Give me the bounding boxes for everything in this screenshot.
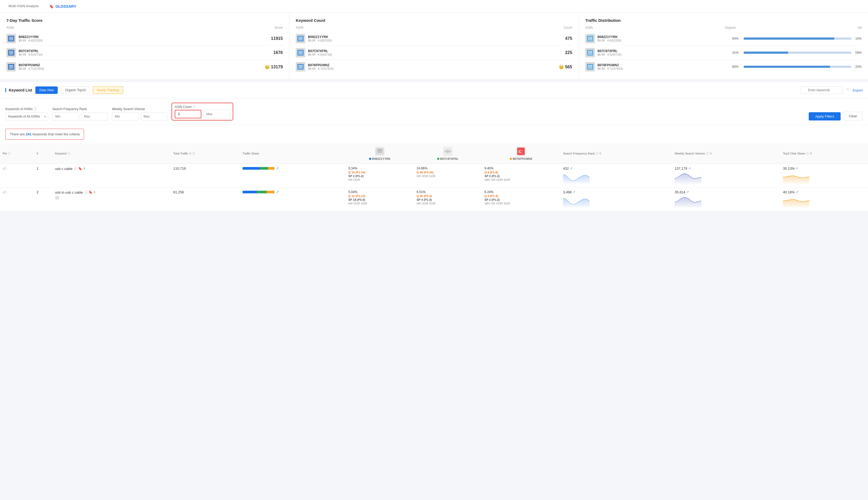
th-pin: Pin ⓘ — [0, 143, 34, 164]
keywords-filter-select[interactable]: Keywords of All ASINs — [5, 113, 48, 121]
nav-tab-multi-asin[interactable]: Multi-ASIN Analysis — [4, 1, 43, 12]
toolbar-right: ⌃ Export — [800, 87, 863, 94]
traffic-score-card: 7-Day Traffic Score ASIN Score B082Z1YYR… — [0, 13, 289, 79]
wsv-max-input[interactable] — [141, 113, 167, 121]
organic-pct: 80% — [732, 65, 741, 69]
keywords-filter-label: Keywords of ASINs ⓘ — [5, 107, 48, 111]
td-col-organic: Organic — [725, 26, 736, 30]
top3-value: 35.13% — [783, 167, 795, 170]
wsv-link-icon[interactable]: ↗ — [686, 191, 689, 194]
th-sfr-info: ⓘ — [595, 152, 598, 155]
nav-tab-glossary[interactable]: 🔖 GLOSSARY — [49, 4, 76, 9]
asin-count-min-input[interactable] — [175, 110, 201, 118]
p2-pct: 6.51% — [417, 190, 479, 194]
wsv-link-icon[interactable]: ↗ — [688, 167, 690, 170]
td-product-row: B076FPGWNZ $8.99 4.7(157816) 80% 20% — [585, 60, 861, 74]
p2-header-img — [443, 147, 453, 156]
criteria-count: 241 — [26, 132, 32, 136]
keyword-list-title: Keyword List — [5, 88, 32, 92]
traffic-seg-3 — [266, 191, 274, 193]
th-top3-sort[interactable]: ⇅ — [810, 152, 812, 155]
asin-count-label: ASIN Count ⓘ — [175, 105, 230, 109]
sfr-link-icon[interactable]: ↗ — [573, 191, 575, 194]
product-asin: B07C97XFRL — [19, 49, 271, 53]
th-sfr-sort[interactable]: ⇅ — [599, 152, 602, 155]
th-traffic-sort[interactable]: ⇅ — [189, 152, 192, 155]
export-button[interactable]: Export — [853, 88, 863, 92]
ts-col-score: Score — [274, 26, 283, 30]
tab-data-view[interactable]: Data View — [35, 87, 58, 94]
crown-icon: 👑 — [559, 65, 564, 69]
tab-organic-top10[interactable]: Organic Top10 — [61, 87, 90, 94]
product-asin: B07C97XFRL — [308, 49, 562, 53]
ts-product-row: B082Z1YYRK $9.99 4.6(52320) 11915 — [7, 32, 283, 46]
tab-hourly-tracking[interactable]: Hourly Tracking — [93, 87, 123, 94]
ts-product-row: B07C97XFRL $6.99 4.5(42710) 1676 — [7, 46, 283, 60]
cell-traffic-share: ↗ — [240, 164, 346, 188]
top3-value: 40.18% — [783, 190, 795, 194]
product-meta: $8.99 4.7(157816) — [308, 67, 556, 70]
th-product3: C B076FPGWNZ — [482, 143, 561, 164]
cell-p1: 9.34% Q 14 (P1-14) SP 2 (P1-2) HR OOR — [346, 164, 414, 188]
traffic-expand-icon[interactable]: ↗ — [276, 167, 279, 170]
td-product-row: B07C97XFRL $6.99 4.5(42710) 41% 59% — [585, 46, 861, 60]
p1-tags: HR OOR — [349, 178, 360, 181]
dist-bar — [744, 37, 852, 39]
keyword-search-input[interactable] — [800, 87, 843, 94]
p3-sp: SP 2 (P1-2) — [484, 174, 500, 178]
pin-tag-icon[interactable]: 🏷 — [3, 167, 7, 171]
sfr-min-input[interactable] — [53, 113, 79, 121]
ad-bar — [788, 52, 852, 54]
sfr-filter-group: Search Frequency Rank — [53, 107, 108, 121]
td-product-row: B082Z1YYRK $9.99 4.6(52320) 84% 16% — [585, 32, 861, 46]
top3-link-icon[interactable]: ↗ — [796, 191, 798, 194]
cell-keyword: usb to usb c cable ⓘ 🔖 ⬇ ⬜ — [53, 188, 171, 211]
dist-bar — [744, 66, 852, 68]
pin-tag-icon[interactable]: 🏷 — [3, 190, 7, 194]
product-asin: B076FPGWNZ — [19, 63, 262, 67]
product-info: B082Z1YYRK $9.99 4.6(52320) — [19, 35, 268, 42]
p2-q: Q 48 (P3-16) — [417, 171, 434, 174]
traffic-expand-icon[interactable]: ↗ — [276, 190, 279, 194]
sfr-max-input[interactable] — [81, 113, 108, 121]
ad-pct: 16% — [854, 37, 861, 41]
clear-filters-button[interactable]: Clear — [843, 112, 863, 121]
filter-row: Keywords of ASINs ⓘ Keywords of All ASIN… — [0, 99, 868, 125]
asin-count-max-input[interactable] — [203, 110, 230, 118]
th-wsv-sort[interactable]: ⇅ — [709, 152, 712, 155]
top3-link-icon[interactable]: ↗ — [796, 167, 798, 170]
product-thumb — [585, 62, 595, 71]
apply-filters-button[interactable]: Apply Filters — [809, 112, 841, 121]
p3-pct: 9.40% — [484, 167, 558, 170]
product-info: B076FPGWNZ $8.99 4.7(157816) — [597, 63, 727, 70]
traffic-dist-card: Traffic Distribution ASIN Organic Ad B08… — [579, 13, 868, 79]
p2-tags: HR OOR SOR — [417, 202, 436, 205]
product-count: 👑565 — [559, 64, 572, 69]
organic-bar — [744, 66, 830, 68]
keyword-icons: ⓘ 🔖 ⬇ — [74, 167, 86, 171]
cell-p1: 5.04% Q 12 (P1-12) SP 18 (P3-6) HR OOR S… — [346, 188, 414, 211]
p1-q: Q 14 (P1-14) — [349, 171, 365, 174]
product-meta: $8.99 4.7(157816) — [597, 67, 727, 70]
svg-text:C: C — [518, 149, 522, 154]
keyword-count-title: Keyword Count — [296, 18, 572, 23]
p1-header-img — [375, 147, 385, 156]
cell-p2: 6.51% Q 35 (P3-3) SP 4 (P1-4) HR OOR SOR — [414, 188, 482, 211]
th-traffic-info: ⓘ — [192, 152, 195, 155]
th-product2: B07C97XFRL — [414, 143, 482, 164]
cell-pin: 🏷 — [0, 164, 34, 188]
p1-sp: SP 18 (P3-6) — [349, 198, 365, 201]
kw-extra-icon: ⬜ — [55, 196, 59, 200]
wsv-min-input[interactable] — [112, 113, 139, 121]
th-top3: Top3 Click Share ⓘ ⇅ — [780, 143, 868, 164]
product-meta: $6.99 4.5(42710) — [19, 53, 271, 56]
product-thumb — [296, 48, 305, 57]
keyword-text: usb c cable — [55, 167, 72, 171]
collapse-icon[interactable]: ⌃ — [846, 88, 849, 93]
filter-actions: Apply Filters Clear — [809, 112, 863, 121]
p3-q: Q 8 (P1-8) — [484, 171, 498, 174]
product-info: B07C97XFRL $6.99 4.5(42710) — [308, 49, 562, 56]
p3-pct: 6.24% — [484, 190, 558, 194]
kc-product-row: B082Z1YYRK $9.99 4.6(52320) 475 — [296, 32, 572, 46]
sfr-link-icon[interactable]: ↗ — [570, 167, 572, 170]
